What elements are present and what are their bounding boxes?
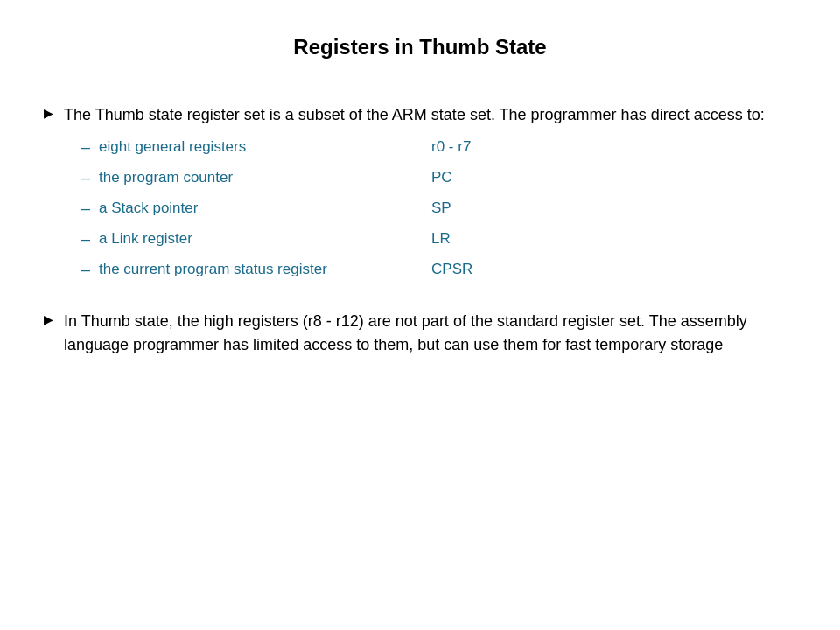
sub-item-3: –a Stack pointerSP <box>81 197 796 220</box>
sub-row-5: the current program status registerCPSR <box>99 258 796 281</box>
sub-row-1: eight general registersr0 - r7 <box>99 136 796 158</box>
sub-abbr-4: LR <box>431 228 451 250</box>
sub-label-1: eight general registers <box>99 136 396 158</box>
sub-dash-5: – <box>81 258 90 282</box>
sub-list: –eight general registersr0 - r7–the prog… <box>64 136 796 282</box>
sub-dash-4: – <box>81 228 90 251</box>
bullet-item-2: ▶ In Thumb state, the high registers (r8… <box>44 310 796 357</box>
sub-row-2: the program counterPC <box>99 166 796 189</box>
sub-label-2: the program counter <box>99 166 396 189</box>
sub-dash-2: – <box>81 166 90 190</box>
sub-item-5: –the current program status registerCPSR <box>81 258 796 282</box>
sub-item-1: –eight general registersr0 - r7 <box>81 136 796 159</box>
bullet-1-intro: The Thumb state register set is a subset… <box>64 106 765 123</box>
sub-dash-1: – <box>81 136 90 159</box>
bullet-text-2: In Thumb state, the high registers (r8 -… <box>64 310 796 357</box>
sub-abbr-5: CPSR <box>431 258 472 281</box>
page-title: Registers in Thumb State <box>44 35 796 60</box>
bullet-arrow-2: ▶ <box>44 312 53 326</box>
sub-item-2: –the program counterPC <box>81 166 796 190</box>
sub-label-5: the current program status register <box>99 258 396 281</box>
bullet-item-1: ▶ The Thumb state register set is a subs… <box>44 103 796 289</box>
bullet-text-1: The Thumb state register set is a subset… <box>64 103 796 289</box>
main-list: ▶ The Thumb state register set is a subs… <box>44 103 796 357</box>
sub-label-3: a Stack pointer <box>99 197 396 220</box>
sub-abbr-1: r0 - r7 <box>431 136 471 158</box>
sub-abbr-3: SP <box>431 197 452 220</box>
sub-item-4: –a Link registerLR <box>81 228 796 251</box>
sub-label-4: a Link register <box>99 228 396 250</box>
bullet-arrow-1: ▶ <box>44 106 53 120</box>
sub-dash-3: – <box>81 197 90 220</box>
sub-row-3: a Stack pointerSP <box>99 197 796 220</box>
sub-abbr-2: PC <box>431 166 452 189</box>
page: Registers in Thumb State ▶ The Thumb sta… <box>0 0 840 630</box>
sub-row-4: a Link registerLR <box>99 228 796 250</box>
